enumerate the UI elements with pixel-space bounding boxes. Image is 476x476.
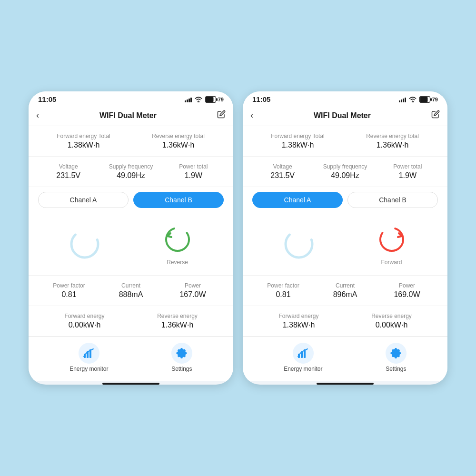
power-total-value: 1.9W (163, 171, 224, 180)
tab-chanel-b[interactable]: Chanel B (133, 192, 224, 208)
power-total-metric: Power total 1.9W (163, 163, 224, 180)
bottom-nav: Energy monitor Settings (243, 337, 447, 381)
status-icons: 79 (399, 96, 438, 103)
forward-energy-channel-label: Forward energy (252, 313, 345, 319)
gear-nav-icon (386, 343, 407, 364)
forward-energy-channel-value: 0.00kW·h (38, 321, 131, 329)
power-metric: Power 169.0W (376, 282, 438, 299)
forward-energy-channel-label: Forward energy (38, 313, 131, 319)
bottom-nav-label-1: Settings (171, 366, 192, 372)
voltage-metric: Voltage 231.5V (252, 163, 313, 180)
frequency-metric: Supply frequency 49.09Hz (100, 163, 161, 180)
bottom-nav-label-0: Energy monitor (69, 366, 108, 372)
edit-button[interactable] (431, 110, 440, 121)
frequency-value: 49.09Hz (315, 171, 375, 180)
voltage-value: 231.5V (252, 171, 313, 180)
voltage-value: 231.5V (38, 171, 99, 180)
bottom-nav-label-1: Settings (386, 366, 406, 372)
right-circle-label: Reverse (167, 259, 188, 266)
current-label: Current (100, 282, 162, 289)
current-value: 888mA (100, 290, 162, 299)
right-circle-icon (375, 223, 408, 256)
reverse-energy-metric: Reverse energy 0.00kW·h (345, 313, 438, 329)
current-metric: Current 888mA (100, 282, 162, 299)
bottom-nav-item-1[interactable]: Settings (171, 343, 192, 372)
forward-energy-total: Forward energy Total 1.38kW·h (38, 133, 129, 149)
power-total-label: Power total (163, 163, 224, 170)
nav-bar: ‹ WIFI Dual Meter (243, 105, 447, 126)
gear-icon (390, 347, 402, 359)
power-factor-value: 0.81 (252, 290, 314, 299)
right-circle-icon (161, 223, 194, 256)
gear-icon (176, 347, 188, 359)
current-metric: Current 896mA (314, 282, 376, 299)
summary-section: Forward energy Total 1.38kW·h Reverse en… (29, 126, 233, 157)
svg-point-12 (380, 228, 403, 251)
home-indicator (102, 383, 159, 385)
phone-phone-a: 11:05 79 ‹ WIFI Dual Meter (243, 91, 447, 385)
current-value: 896mA (314, 290, 376, 299)
bottom-nav-item-0[interactable]: Energy monitor (284, 343, 322, 372)
bottom-nav: Energy monitor Settings (29, 337, 233, 381)
right-circle-wrapper: Forward (375, 223, 408, 266)
power-value: 167.0W (162, 290, 224, 299)
bottom-nav-item-0[interactable]: Energy monitor (69, 343, 108, 372)
forward-energy-label: Forward energy Total (38, 133, 129, 139)
frequency-label: Supply frequency (100, 163, 161, 170)
voltage-metric: Voltage 231.5V (38, 163, 99, 180)
power-value: 169.0W (376, 290, 438, 299)
reverse-energy-total: Reverse energy total 1.36kW·h (133, 133, 224, 149)
tab-chanel-a[interactable]: Chanel A (252, 192, 343, 208)
power-factor-label: Power factor (252, 282, 314, 289)
reverse-energy-metric: Reverse energy 1.36kW·h (131, 313, 224, 329)
power-total-metric: Power total 1.9W (377, 163, 438, 180)
svg-rect-9 (420, 97, 427, 102)
voltage-label: Voltage (38, 163, 99, 170)
phones-container: 11:05 79 ‹ WIFI Dual Meter (19, 82, 457, 394)
tab-chanel-a[interactable]: Chanel A (38, 192, 129, 208)
status-time: 11:05 (38, 95, 56, 103)
frequency-value: 49.09Hz (100, 171, 161, 180)
summary-section: Forward energy Total 1.38kW·h Reverse en… (243, 126, 447, 157)
nav-bar: ‹ WIFI Dual Meter (29, 105, 233, 126)
chart-nav-icon (79, 343, 99, 364)
tab-chanel-b[interactable]: Chanel B (347, 192, 438, 208)
power-total-value: 1.9W (377, 171, 438, 180)
main-content: Forward energy Total 1.38kW·h Reverse en… (29, 126, 233, 337)
power-factor-metric: Power factor 0.81 (252, 282, 314, 299)
chart-nav-icon (293, 343, 314, 364)
chart-icon (297, 347, 309, 359)
gear-nav-icon (171, 343, 192, 364)
wifi-icon (195, 97, 202, 102)
battery-icon: 79 (419, 96, 438, 103)
bottom-nav-item-1[interactable]: Settings (386, 343, 407, 372)
power-factor-value: 0.81 (38, 290, 100, 299)
main-content: Forward energy Total 1.38kW·h Reverse en… (243, 126, 447, 337)
phone-phone-b: 11:05 79 ‹ WIFI Dual Meter (29, 91, 233, 385)
frequency-metric: Supply frequency 49.09Hz (315, 163, 375, 180)
forward-energy-metric: Forward energy 0.00kW·h (38, 313, 131, 329)
status-bar: 11:05 79 (29, 91, 233, 105)
detail-section: Power factor 0.81 Current 896mA Power 16… (243, 276, 447, 306)
battery-icon: 79 (205, 96, 224, 103)
right-circle-wrapper: Reverse (161, 223, 194, 266)
nav-title: WIFI Dual Meter (314, 111, 371, 120)
chart-icon (83, 347, 95, 359)
reverse-energy-channel-label: Reverse energy (131, 313, 224, 319)
left-circle-wrapper (282, 228, 316, 261)
svg-point-4 (166, 228, 189, 251)
signal-bars-icon (185, 97, 192, 102)
circle-section: Reverse (29, 213, 233, 276)
channel-tabs: Chanel AChanel B (29, 187, 233, 213)
channel-tabs: Chanel AChanel B (243, 187, 447, 213)
status-time: 11:05 (252, 95, 270, 103)
back-button[interactable]: ‹ (36, 110, 39, 120)
back-button[interactable]: ‹ (250, 110, 253, 120)
circle-section: Forward (243, 213, 447, 276)
battery-svg (205, 96, 218, 103)
metrics-section: Voltage 231.5V Supply frequency 49.09Hz … (243, 157, 447, 187)
power-factor-label: Power factor (38, 282, 100, 289)
edit-button[interactable] (217, 110, 226, 121)
left-circle-icon (68, 228, 101, 261)
status-icons: 79 (185, 96, 224, 103)
